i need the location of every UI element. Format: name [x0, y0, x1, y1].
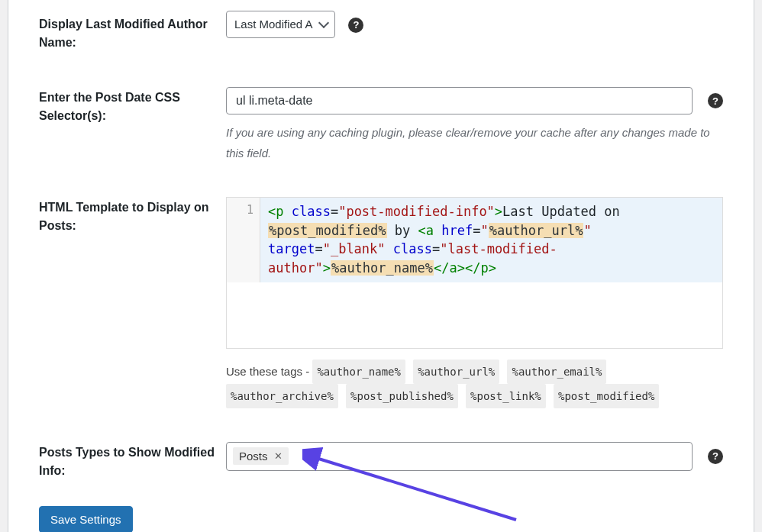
field-display-author: Last Modified A ? [226, 11, 723, 38]
chip-label: Posts [239, 450, 268, 463]
tags-intro: Use these tags - [226, 365, 312, 378]
tag-chip[interactable]: %post_modified% [554, 384, 659, 408]
help-icon[interactable]: ? [348, 18, 363, 33]
tag-chip[interactable]: %author_email% [507, 360, 606, 384]
help-icon[interactable]: ? [708, 449, 723, 464]
settings-form: Display Last Modified Author Name: Last … [8, 0, 754, 532]
save-settings-button[interactable]: Save Settings [39, 506, 133, 532]
row-html-template: HTML Template to Display on Posts: 1 <p … [39, 174, 723, 419]
tag-chip[interactable]: %author_archive% [226, 384, 338, 408]
label-html-template: HTML Template to Display on Posts: [39, 197, 226, 235]
field-post-types: Posts ✕ ? [226, 442, 723, 471]
multiselect-post-types[interactable]: Posts ✕ [226, 442, 693, 471]
input-css-selector[interactable] [226, 87, 693, 114]
hint-css-selector: If you are using any caching plugin, ple… [226, 122, 723, 163]
field-css-selector: ? If you are using any caching plugin, p… [226, 87, 723, 163]
row-css-selector: Enter the Post Date CSS Selector(s): ? I… [39, 63, 723, 174]
tag-chip[interactable]: %post_link% [466, 384, 546, 408]
select-display-author[interactable]: Last Modified A [226, 11, 335, 38]
row-post-types: Posts Types to Show Modified Info: Posts… [39, 419, 723, 491]
code-blank-area[interactable] [227, 282, 722, 348]
label-post-types: Posts Types to Show Modified Info: [39, 442, 226, 480]
help-icon[interactable]: ? [708, 93, 723, 108]
template-tags-hint: Use these tags - %author_name% %author_u… [226, 360, 723, 408]
chip-remove-icon[interactable]: ✕ [274, 450, 283, 462]
tag-chip[interactable]: %post_published% [346, 384, 458, 408]
chip-posts[interactable]: Posts ✕ [233, 447, 289, 465]
code-gutter: 1 [227, 198, 260, 282]
label-display-author: Display Last Modified Author Name: [39, 11, 226, 52]
label-css-selector: Enter the Post Date CSS Selector(s): [39, 87, 226, 125]
row-display-author: Display Last Modified Author Name: Last … [39, 0, 723, 63]
code-body[interactable]: <p class="post-modified-info">Last Updat… [260, 198, 722, 282]
tag-chip[interactable]: %author_name% [312, 360, 405, 384]
code-editor[interactable]: 1 <p class="post-modified-info">Last Upd… [226, 197, 723, 349]
field-html-template: 1 <p class="post-modified-info">Last Upd… [226, 197, 723, 408]
form-actions: Save Settings [39, 506, 723, 532]
tag-chip[interactable]: %author_url% [413, 360, 499, 384]
